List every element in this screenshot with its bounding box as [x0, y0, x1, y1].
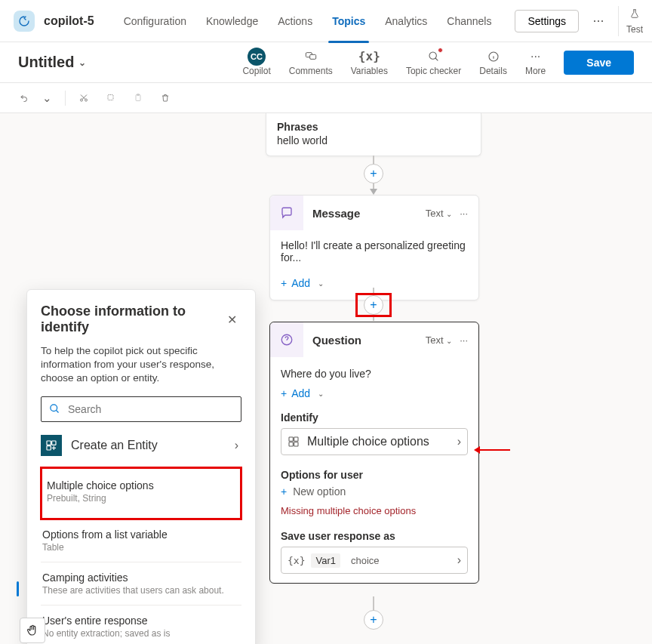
svg-rect-17	[47, 445, 51, 449]
top-tabs: Configuration Knowledge Actions Topics A…	[114, 0, 502, 42]
svg-rect-12	[289, 442, 293, 446]
message-node-header: Message Text ⌄ ···	[270, 196, 478, 230]
more-icon: ···	[531, 49, 540, 64]
flow-canvas[interactable]: Phrases hello world + Message Text ⌄ ···…	[0, 113, 652, 644]
top-right: Settings ··· Test	[515, 6, 643, 36]
message-type-selector[interactable]: Text ⌄	[426, 208, 452, 219]
doc-actions: CC Copilot Comments {x} Variables Topic …	[242, 49, 634, 76]
pan-tool-button[interactable]	[20, 618, 45, 643]
tab-actions[interactable]: Actions	[268, 0, 322, 42]
message-icon	[270, 196, 303, 230]
selection-marker	[17, 581, 19, 596]
add-node-button[interactable]: +	[364, 610, 383, 630]
svg-rect-15	[47, 441, 51, 445]
paste-button[interactable]	[129, 89, 147, 107]
question-add-button[interactable]: +Add⌄	[281, 383, 468, 405]
tab-configuration[interactable]: Configuration	[114, 0, 196, 42]
question-type-selector[interactable]: Text ⌄	[426, 334, 452, 346]
svg-rect-10	[289, 437, 293, 441]
svg-rect-16	[52, 441, 56, 445]
editor-toolbar: ⌄	[0, 83, 652, 113]
entity-option-list-variable[interactable]: Options from a list variable Table	[41, 519, 241, 562]
entity-list: Multiple choice options Prebuilt, String…	[41, 467, 241, 644]
variable-prefix-icon: {x}	[288, 555, 305, 566]
message-body[interactable]: Hello! I'll create a personalized greeti…	[270, 230, 478, 273]
chevron-right-icon: ›	[457, 553, 461, 567]
doc-title-text: Untitled	[18, 54, 74, 71]
tab-knowledge[interactable]: Knowledge	[196, 0, 268, 42]
comments-icon	[303, 49, 318, 64]
identify-popover: Choose information to identify ✕ To help…	[26, 289, 256, 644]
search-input[interactable]	[66, 402, 233, 416]
svg-point-5	[85, 99, 88, 101]
svg-rect-1	[309, 54, 315, 59]
entity-option-multiple-choice[interactable]: Multiple choice options Prebuilt, String	[41, 467, 241, 519]
app-logo	[14, 11, 35, 32]
flask-icon	[629, 8, 640, 23]
comments-button[interactable]: Comments	[289, 49, 333, 76]
question-node-header: Question Text ⌄ ···	[270, 322, 478, 357]
tab-analytics[interactable]: Analytics	[375, 0, 437, 42]
popover-title: Choose information to identify ✕	[41, 304, 241, 335]
create-entity-button[interactable]: Create an Entity ›	[41, 433, 241, 458]
options-label: Options for user	[281, 469, 468, 481]
details-button[interactable]: Details	[479, 49, 507, 76]
trigger-phrase: hello world	[277, 134, 470, 146]
identify-label: Identify	[281, 411, 468, 424]
variables-button[interactable]: {x} Variables	[351, 49, 388, 76]
test-button[interactable]: Test	[618, 6, 643, 36]
annotation-arrow	[480, 449, 510, 451]
more-icon[interactable]: ···	[586, 9, 610, 33]
question-node[interactable]: Question Text ⌄ ··· Where do you live? +…	[269, 322, 479, 584]
create-entity-icon	[41, 435, 62, 456]
question-node-more[interactable]: ···	[460, 334, 468, 346]
variables-icon: {x}	[358, 49, 380, 64]
entity-icon	[288, 436, 300, 448]
chevron-right-icon: ›	[457, 435, 461, 448]
popover-description: To help the copilot pick out specific in…	[41, 344, 241, 386]
svg-rect-6	[108, 95, 113, 100]
tab-channels[interactable]: Channels	[437, 0, 501, 42]
search-icon	[49, 403, 60, 414]
chevron-down-icon: ⌄	[78, 57, 86, 68]
doc-bar: Untitled ⌄ CC Copilot Comments {x} Varia…	[0, 42, 652, 83]
trigger-node[interactable]: Phrases hello world	[266, 113, 481, 156]
topic-checker-button[interactable]: Topic checker	[406, 49, 461, 76]
identify-selector[interactable]: Multiple choice options ›	[281, 428, 468, 455]
question-prompt[interactable]: Where do you live?	[281, 362, 468, 383]
svg-rect-13	[294, 442, 298, 446]
undo-dropdown[interactable]: ⌄	[38, 89, 56, 107]
cut-button[interactable]	[75, 89, 93, 107]
message-node-more[interactable]: ···	[460, 208, 468, 219]
svg-point-2	[429, 52, 436, 59]
entity-option-camping[interactable]: Camping activities These are activities …	[41, 562, 241, 605]
info-icon	[487, 49, 500, 64]
undo-button[interactable]	[15, 89, 33, 107]
topic-checker-icon	[428, 49, 440, 64]
delete-button[interactable]	[156, 89, 174, 107]
copy-button[interactable]	[102, 89, 120, 107]
close-button[interactable]: ✕	[223, 312, 241, 328]
more-button[interactable]: ··· More	[525, 49, 546, 76]
doc-title[interactable]: Untitled ⌄	[18, 54, 86, 71]
add-node-button[interactable]: +	[364, 295, 383, 315]
tab-topics[interactable]: Topics	[322, 0, 375, 42]
svg-point-14	[51, 405, 57, 411]
message-node[interactable]: Message Text ⌄ ··· Hello! I'll create a …	[269, 195, 479, 300]
copilot-button[interactable]: CC Copilot	[242, 49, 270, 76]
validation-error: Missing multiple choice options	[281, 505, 468, 516]
add-node-button[interactable]: +	[364, 164, 383, 183]
settings-button[interactable]: Settings	[515, 10, 579, 32]
separator	[65, 91, 66, 106]
svg-rect-11	[294, 437, 298, 441]
variable-selector[interactable]: {x} Var1 choice ›	[281, 547, 468, 574]
test-label: Test	[626, 24, 643, 35]
save-button[interactable]: Save	[564, 51, 634, 75]
avatar: CC	[248, 48, 266, 66]
app-title: copilot-5	[44, 14, 94, 28]
search-input-wrapper[interactable]	[41, 396, 241, 422]
message-node-title: Message	[312, 207, 360, 220]
svg-point-4	[81, 99, 83, 101]
entity-option-entire-response[interactable]: User's entire response No entity extract…	[41, 605, 241, 644]
new-option-button[interactable]: +New option	[281, 485, 468, 498]
